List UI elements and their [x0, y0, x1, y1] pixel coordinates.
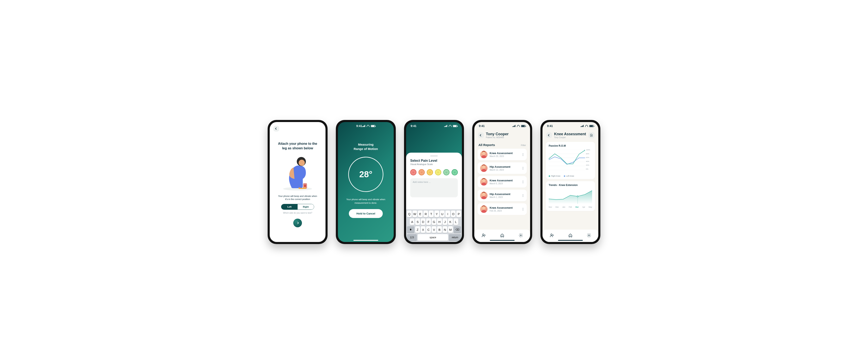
side-segmented[interactable]: Left Right: [281, 204, 314, 210]
svg-point-15: [454, 172, 455, 172]
home-indicator: [490, 240, 515, 241]
back-button[interactable]: [478, 132, 484, 138]
nav-home-icon[interactable]: [500, 233, 504, 239]
report-item[interactable]: Hip Assessment March 1, 2023: [477, 190, 527, 201]
report-item[interactable]: Knee Assessment March 20, 2023: [477, 149, 527, 160]
key-v[interactable]: V: [432, 226, 436, 233]
key-a[interactable]: A: [410, 218, 414, 225]
seg-left[interactable]: Left: [281, 204, 298, 209]
report-date: Feb 25, 2023: [490, 210, 519, 212]
backspace-key[interactable]: [454, 226, 461, 233]
key-t[interactable]: T: [429, 211, 434, 217]
shift-key[interactable]: [407, 226, 414, 233]
back-button[interactable]: [273, 126, 279, 132]
pain-face-2[interactable]: [418, 169, 425, 175]
filter-button[interactable]: Filter: [521, 144, 526, 146]
nav-add-user-icon[interactable]: [481, 233, 486, 239]
key-f[interactable]: F: [426, 218, 431, 225]
nav-add-user-icon[interactable]: [550, 233, 554, 239]
back-button[interactable]: [546, 132, 552, 138]
key-h[interactable]: H: [437, 218, 442, 225]
key-o[interactable]: O: [451, 211, 456, 217]
key-p[interactable]: P: [456, 211, 461, 217]
svg-point-11: [437, 172, 438, 172]
keyboard: QWERTYUIOP ASDFGHJKL ZXCVBNM 123 space r…: [406, 209, 462, 242]
more-icon[interactable]: [521, 180, 524, 183]
wifi-icon: [449, 125, 452, 127]
more-icon[interactable]: [521, 153, 524, 156]
measurement-value: 28°: [348, 157, 383, 192]
phone-reports: 9:41 Tony Cooper Patient no. MS9485 All …: [472, 120, 532, 244]
key-q[interactable]: Q: [407, 211, 412, 217]
report-item[interactable]: Knee Assessment Feb 25, 2023: [477, 203, 527, 215]
more-icon[interactable]: [521, 167, 524, 170]
avatar-icon: [480, 192, 488, 199]
month-label[interactable]: Dec: [556, 206, 559, 208]
report-title: Knee Assessment: [490, 151, 519, 155]
signal-icon: [512, 125, 516, 127]
pain-face-1[interactable]: [410, 169, 416, 175]
svg-point-12: [438, 172, 439, 172]
download-button[interactable]: [588, 132, 595, 138]
legend-left: Left Knee: [564, 175, 574, 177]
signal-icon: [444, 125, 447, 127]
key-w[interactable]: W: [412, 211, 417, 217]
more-icon[interactable]: [521, 208, 524, 211]
signal-icon: [362, 125, 365, 127]
key-c[interactable]: C: [426, 226, 431, 233]
month-label[interactable]: Feb: [569, 206, 572, 208]
report-item[interactable]: Hip Assessment March 12, 2023: [477, 162, 527, 174]
wifi-icon: [517, 125, 520, 127]
svg-point-6: [413, 172, 414, 172]
pain-face-3[interactable]: [427, 169, 433, 175]
key-e[interactable]: E: [418, 211, 423, 217]
key-y[interactable]: Y: [434, 211, 439, 217]
key-k[interactable]: K: [448, 218, 453, 225]
month-label[interactable]: Apr: [582, 206, 585, 208]
status-time: 9:41: [547, 124, 553, 128]
notes-input[interactable]: Add notes here ...: [410, 178, 458, 197]
more-icon[interactable]: [521, 194, 524, 197]
nav-home-icon[interactable]: [568, 233, 573, 239]
avatar-icon: [480, 151, 488, 158]
key-m[interactable]: M: [448, 226, 453, 233]
month-label[interactable]: May: [589, 206, 592, 208]
report-title: Hip Assessment: [490, 193, 519, 196]
phone-measuring: 9:41 Measuring Range of Motion 28° Your …: [336, 120, 396, 244]
key-l[interactable]: L: [454, 218, 458, 225]
key-b[interactable]: B: [437, 226, 442, 233]
next-button[interactable]: [293, 219, 302, 227]
month-label[interactable]: Mar: [576, 206, 579, 208]
pain-face-6[interactable]: [452, 169, 458, 175]
key-d[interactable]: D: [421, 218, 425, 225]
assessment-sub: Tony Cooper: [554, 136, 586, 139]
nav-settings-icon[interactable]: [519, 233, 523, 239]
pain-face-5[interactable]: [443, 169, 450, 175]
home-indicator: [558, 240, 583, 241]
svg-rect-4: [304, 184, 306, 187]
space-key[interactable]: space: [418, 234, 448, 241]
key-r[interactable]: R: [424, 211, 428, 217]
pain-faces: [410, 169, 458, 175]
hold-cancel-button[interactable]: Hold to Cancel: [349, 209, 382, 218]
legend-right: Right Knee: [549, 175, 560, 177]
key-i[interactable]: I: [445, 211, 450, 217]
status-bar: 9:41: [406, 122, 462, 130]
key-n[interactable]: N: [443, 226, 447, 233]
key-x[interactable]: X: [421, 226, 425, 233]
return-key[interactable]: return: [449, 234, 461, 241]
key-u[interactable]: U: [440, 211, 445, 217]
key-s[interactable]: S: [415, 218, 420, 225]
report-item[interactable]: Knee Assessment March 5, 2023: [477, 176, 527, 188]
month-label[interactable]: Jan: [562, 206, 565, 208]
sheet-grabber[interactable]: [430, 156, 438, 156]
key-g[interactable]: G: [432, 218, 436, 225]
pain-face-4[interactable]: [435, 169, 441, 175]
svg-point-28: [551, 234, 552, 235]
key-z[interactable]: Z: [415, 226, 420, 233]
seg-right[interactable]: Right: [298, 204, 314, 209]
key-j[interactable]: J: [443, 218, 447, 225]
nav-settings-icon[interactable]: [587, 233, 591, 239]
123-key[interactable]: 123: [407, 234, 417, 241]
month-label[interactable]: Nov: [549, 206, 552, 208]
